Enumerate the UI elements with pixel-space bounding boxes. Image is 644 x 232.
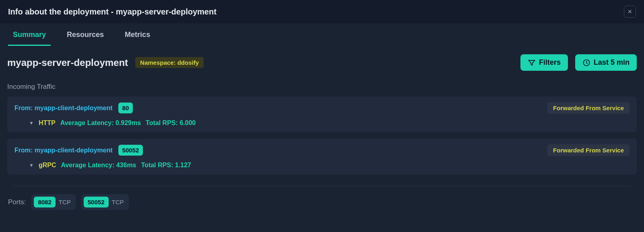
tab-bar: Summary Resources Metrics: [0, 23, 644, 46]
timerange-button[interactable]: Last 5 min: [575, 54, 637, 71]
content-area: myapp-server-deployment Namespace: ddosi…: [0, 46, 644, 218]
port-badge: 80: [118, 103, 133, 113]
title-row: myapp-server-deployment Namespace: ddosi…: [7, 54, 637, 71]
chevron-down-icon[interactable]: ▼: [29, 162, 34, 168]
filters-label: Filters: [539, 58, 561, 67]
close-icon: ✕: [627, 8, 632, 15]
tab-resources[interactable]: Resources: [62, 23, 109, 46]
traffic-card: From: myapp-client-deployment 50052 Forw…: [7, 139, 637, 175]
latency-stat: Average Latency: 0.929ms: [60, 119, 141, 127]
tab-metrics[interactable]: Metrics: [120, 23, 155, 46]
port-protocol: TCP: [59, 199, 71, 205]
port-protocol: TCP: [112, 199, 124, 205]
incoming-traffic-title: Incoming Traffic: [7, 83, 637, 91]
forwarded-badge: Forwarded From Service: [547, 144, 630, 156]
port-item: 8082 TCP: [31, 194, 75, 210]
traffic-from-text[interactable]: From: myapp-client-deployment: [14, 147, 113, 154]
filters-button[interactable]: Filters: [520, 54, 568, 71]
traffic-from-text[interactable]: From: myapp-client-deployment: [14, 105, 113, 112]
namespace-badge: Namespace: ddosify: [135, 57, 204, 68]
timerange-label: Last 5 min: [594, 58, 630, 67]
chevron-down-icon[interactable]: ▼: [29, 120, 34, 126]
port-number: 8082: [34, 197, 55, 207]
traffic-detail: ▼ gRPC Average Latency: 436ms Total RPS:…: [14, 162, 630, 169]
title-left: myapp-server-deployment Namespace: ddosi…: [7, 57, 204, 68]
close-button[interactable]: ✕: [624, 6, 636, 18]
clock-icon: [582, 59, 590, 67]
port-number: 50052: [84, 197, 109, 207]
rps-stat: Total RPS: 1.127: [141, 162, 191, 169]
traffic-detail: ▼ HTTP Average Latency: 0.929ms Total RP…: [14, 119, 630, 127]
port-item: 50052 TCP: [81, 194, 129, 210]
protocol-label: HTTP: [39, 119, 56, 127]
protocol-label: gRPC: [39, 162, 56, 169]
traffic-from: From: myapp-client-deployment 80: [14, 103, 133, 113]
traffic-head: From: myapp-client-deployment 80 Forward…: [14, 102, 630, 114]
modal-header: Info about the deployment - myapp-server…: [0, 0, 644, 23]
traffic-from: From: myapp-client-deployment 50052: [14, 145, 143, 156]
filter-icon: [528, 59, 536, 67]
deployment-name: myapp-server-deployment: [7, 57, 128, 68]
traffic-head: From: myapp-client-deployment 50052 Forw…: [14, 144, 630, 156]
title-actions: Filters Last 5 min: [520, 54, 637, 71]
tab-summary[interactable]: Summary: [8, 23, 51, 46]
port-badge: 50052: [118, 145, 143, 156]
rps-stat: Total RPS: 6.000: [146, 119, 196, 127]
divider: [13, 186, 631, 186]
ports-label: Ports:: [8, 198, 26, 206]
ports-row: Ports: 8082 TCP 50052 TCP: [7, 194, 637, 210]
traffic-card: From: myapp-client-deployment 80 Forward…: [7, 96, 637, 132]
latency-stat: Average Latency: 436ms: [61, 162, 136, 169]
modal-title: Info about the deployment - myapp-server…: [8, 7, 217, 16]
forwarded-badge: Forwarded From Service: [547, 102, 630, 114]
